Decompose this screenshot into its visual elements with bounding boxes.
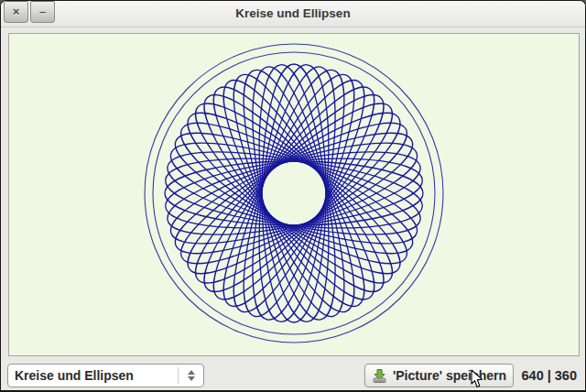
pattern-svg <box>9 34 577 354</box>
figure-select-value: Kreise und Ellipsen <box>8 368 178 383</box>
window-title: Kreise und Ellipsen <box>1 1 585 27</box>
close-button[interactable]: × <box>4 1 28 23</box>
window-controls: × – <box>4 1 55 23</box>
minimize-button[interactable]: – <box>30 1 55 23</box>
save-button-label: 'Picture' speichern <box>393 368 506 383</box>
app-window: Kreise und Ellipsen × – Kreise und Ellip… <box>0 0 586 392</box>
save-picture-button[interactable]: 'Picture' speichern <box>364 364 514 387</box>
save-icon <box>372 368 387 384</box>
figure-select-dropdown[interactable]: Kreise und Ellipsen <box>7 364 204 387</box>
titlebar: Kreise und Ellipsen × – <box>1 1 585 27</box>
combo-arrows-icon <box>179 370 203 381</box>
canvas-size-label: 640 | 360 <box>522 364 578 387</box>
bottom-toolbar: Kreise und Ellipsen 'Picture' speichern … <box>1 356 585 391</box>
drawing-canvas <box>8 33 580 356</box>
